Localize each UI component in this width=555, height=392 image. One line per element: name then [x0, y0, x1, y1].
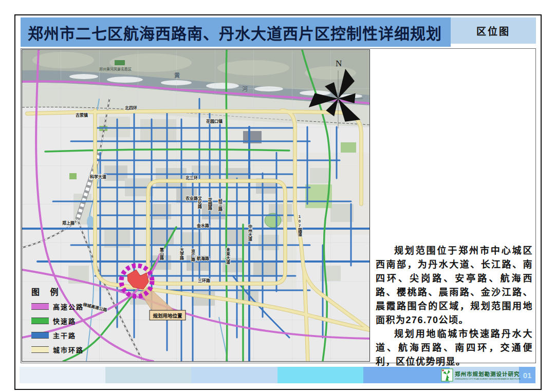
- svg-text:花园路: 花园路: [208, 197, 212, 211]
- legend-item-ringroad: 城市环路: [31, 345, 84, 354]
- corner-label-box: 区位图: [451, 17, 536, 44]
- svg-text:N: N: [336, 59, 342, 68]
- content-frame: 郑州黄河风景名胜区 黄 河 古荥镇 花园口镇 北四环 北三环 科学大道 郑上路 …: [21, 48, 536, 363]
- footer-segment-5: [363, 367, 450, 383]
- footer-segment-2: [105, 367, 191, 383]
- svg-text:农业路: 农业路: [185, 196, 198, 201]
- footer-page-number-segment: 01: [519, 367, 535, 383]
- svg-text:107国道: 107国道: [298, 214, 302, 237]
- svg-text:科学大道: 科学大道: [90, 174, 106, 179]
- description-paragraph-1: 规划范围位于郑州市中心城区西南部，为丹水大道、长江路、南四环、尖岗路、安亭路、航…: [376, 244, 533, 327]
- footer-institute-segment: 郑州市规划勘测设计研究院 ZHENGZHOU CITY PLAN SURVEY …: [450, 367, 519, 383]
- location-map: 郑州黄河风景名胜区 黄 河 古荥镇 花园口镇 北四环 北三环 科学大道 郑上路 …: [22, 49, 370, 362]
- legend-item-expressway: 快速路: [31, 316, 84, 326]
- svg-text:古荥镇: 古荥镇: [76, 113, 88, 118]
- svg-text:郑州黄河风景名胜区: 郑州黄河风景名胜区: [99, 67, 132, 71]
- svg-text:河: 河: [242, 85, 248, 92]
- svg-text:三环路: 三环路: [198, 278, 211, 283]
- footer-segment-3: [191, 367, 278, 383]
- svg-text:嵩山路: 嵩山路: [159, 247, 164, 260]
- site-label: 规划用地位置: [153, 313, 182, 319]
- svg-text:大学路: 大学路: [179, 247, 184, 260]
- title-bar: 郑州市二七区航海西路南、丹水大道西片区控制性详细规划: [21, 17, 451, 47]
- svg-text:金水路: 金水路: [196, 223, 210, 228]
- corner-label: 区位图: [476, 24, 510, 38]
- svg-text:京广路: 京广路: [191, 249, 195, 262]
- description-text: 规划范围位于郑州市中心城区西南部，为丹水大道、长江路、南四环、尖岗路、安亭路、航…: [376, 244, 533, 369]
- description-paragraph-2: 规划用地临城市快速路丹水大道、航海西路、南四环，交通便利，区位优势明显。: [376, 327, 533, 369]
- svg-text:北三环: 北三环: [186, 175, 198, 180]
- legend-item-arterial: 主干路: [31, 330, 84, 340]
- institute-name-cn: 郑州市规划勘测设计研究院: [455, 370, 528, 378]
- institute-logo-icon: [441, 368, 453, 382]
- footer-bar: 郑州市规划勘测设计研究院 ZHENGZHOU CITY PLAN SURVEY …: [20, 367, 535, 383]
- arterial-swatch: [31, 332, 49, 339]
- svg-text:黄: 黄: [174, 72, 180, 79]
- svg-text:航海路: 航海路: [197, 256, 210, 261]
- map-legend: 图 例 高速公路 快速路 主干路 城市环路: [31, 285, 84, 359]
- institute-block: 郑州市规划勘测设计研究院 ZHENGZHOU CITY PLAN SURVEY …: [441, 368, 528, 382]
- highway-swatch: [31, 303, 49, 310]
- page-frame: 郑州市二七区航海西路南、丹水大道西片区控制性详细规划 区位图: [14, 14, 542, 390]
- legend-title: 图 例: [31, 285, 84, 297]
- svg-text:北四环: 北四环: [125, 105, 137, 110]
- footer-segment-4: [278, 367, 363, 383]
- institute-name-en: ZHENGZHOU CITY PLAN SURVEY DESIGN RESEAR…: [455, 378, 521, 380]
- svg-text:文化路: 文化路: [197, 196, 202, 209]
- page-title: 郑州市二七区航海西路南、丹水大道西片区控制性详细规划: [28, 21, 442, 44]
- ringroad-swatch: [31, 346, 49, 353]
- lake: [87, 216, 94, 228]
- svg-text:郑上路: 郑上路: [62, 220, 75, 226]
- svg-text:花园口镇: 花园口镇: [206, 119, 223, 124]
- expressway-swatch: [31, 318, 49, 324]
- svg-text:经三路: 经三路: [218, 198, 223, 212]
- legend-item-highway: 高速公路: [31, 302, 84, 311]
- svg-text:未来大道: 未来大道: [226, 247, 231, 265]
- footer-segment-1: [20, 367, 105, 383]
- svg-text:中州大道: 中州大道: [248, 224, 253, 241]
- page-number: 01: [523, 371, 532, 380]
